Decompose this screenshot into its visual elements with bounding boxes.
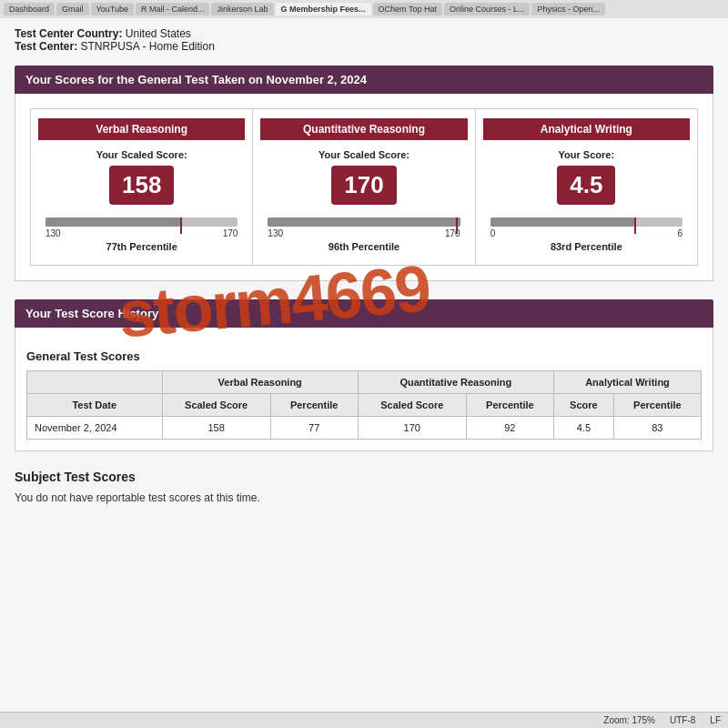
history-section-header: Your Test Score History [15,299,713,328]
row-verbal-score: 158 [162,417,270,440]
no-scores-text: You do not have reportable test scores a… [15,491,713,504]
col-verbal-header: Verbal Reasoning [162,371,358,394]
quant-bar-labels: 130 170 [268,228,460,238]
subject-scores-title: Subject Test Scores [15,470,713,484]
tab-physics[interactable]: Physics - Open... [531,3,605,15]
sub-writing-score: Score [553,394,613,417]
test-center: Test Center: STNRPUSA - Home Edition [15,40,713,53]
row-quant-pct: 92 [466,417,553,440]
history-section: Your Test Score History General Test Sco… [15,299,713,451]
row-writing-score: 4.5 [553,417,613,440]
table-row: November 2, 2024 158 77 170 92 4.5 83 [27,417,702,440]
verbal-percentile: 77th Percentile [38,241,245,252]
verbal-bar-labels: 130 170 [46,228,238,238]
general-test-scores-title: General Test Scores [26,349,702,363]
verbal-score-box: 158 [109,166,174,205]
quant-bar-track [268,217,460,227]
sub-quant-pct: Percentile [466,394,553,417]
quant-bar-container: 130 170 [268,217,460,234]
row-quant-score: 170 [358,417,466,440]
writing-bar-container: 0 6 [490,217,682,234]
scores-table: Verbal Reasoning Quantitative Reasoning … [26,370,702,440]
quant-score-box: 170 [331,166,396,205]
row-date: November 2, 2024 [27,417,163,440]
quant-reasoning-card: Quantitative Reasoning Your Scaled Score… [253,108,475,266]
test-center-country: Test Center Country: United States [15,27,713,40]
page-content: Test Center Country: United States Test … [0,18,728,728]
score-cards-row: Verbal Reasoning Your Scaled Score: 158 … [15,94,713,280]
tab-membership[interactable]: G Membership Fees... [276,3,371,15]
sub-quant-score: Scaled Score [358,394,466,417]
tab-rmail[interactable]: R Mail - Calend... [136,3,210,15]
verbal-bar-track [46,217,238,227]
col-writing-header: Analytical Writing [553,371,701,394]
scores-section: Your Scores for the General Test Taken o… [15,66,713,281]
verbal-title: Verbal Reasoning [38,118,245,140]
subject-section: Subject Test Scores You do not have repo… [15,470,713,504]
tab-online-courses[interactable]: Online Courses - L... [444,3,531,15]
writing-bar-labels: 0 6 [490,228,682,238]
writing-title: Analytical Writing [483,118,690,140]
browser-tabs-bar: Dashboard Gmail YouTube R Mail - Calend.… [0,0,728,18]
encoding: UTF-8 [670,715,695,725]
verbal-bar-fill [46,217,180,227]
status-bar: Zoom: 175% UTF-8 LF [0,712,728,728]
verbal-bar-marker [180,217,182,234]
tab-dashboard[interactable]: Dashboard [4,3,55,15]
scores-container: Verbal Reasoning Your Scaled Score: 158 … [15,94,713,281]
quant-percentile: 96th Percentile [260,241,467,252]
row-writing-pct: 83 [613,417,701,440]
writing-percentile: 83rd Percentile [483,241,690,252]
quant-score-label: Your Scaled Score: [260,149,467,160]
verbal-reasoning-card: Verbal Reasoning Your Scaled Score: 158 … [30,108,253,266]
tab-youtube[interactable]: YouTube [91,3,134,15]
zoom-level: Zoom: 175% [603,715,655,725]
writing-bar-marker [634,217,636,234]
verbal-score-label: Your Scaled Score: [38,149,245,160]
quant-bar-marker [456,217,458,234]
tab-jinkerson[interactable]: Jinkerson Lab [211,3,273,15]
line-endings: LF [710,715,721,725]
tab-gmail[interactable]: Gmail [56,3,89,15]
verbal-bar-container: 130 170 [46,217,238,234]
scores-section-header: Your Scores for the General Test Taken o… [15,66,713,94]
writing-score-box: 4.5 [557,166,615,205]
writing-score-label: Your Score: [483,149,690,160]
sub-writing-pct: Percentile [613,394,701,417]
meta-info: Test Center Country: United States Test … [15,27,713,53]
tab-ochem[interactable]: OChem Top Hat [373,3,442,15]
sub-verbal-pct: Percentile [270,394,358,417]
quant-bar-fill [268,217,460,227]
quant-title: Quantitative Reasoning [260,118,467,140]
writing-card: Analytical Writing Your Score: 4.5 0 6 8 [476,108,698,266]
col-test-date-header [27,371,163,394]
col-quant-header: Quantitative Reasoning [358,371,553,394]
row-verbal-pct: 77 [270,417,358,440]
sub-test-date: Test Date [27,394,163,417]
writing-bar-fill [490,217,634,227]
writing-bar-track [490,217,682,227]
sub-verbal-score: Scaled Score [162,394,270,417]
